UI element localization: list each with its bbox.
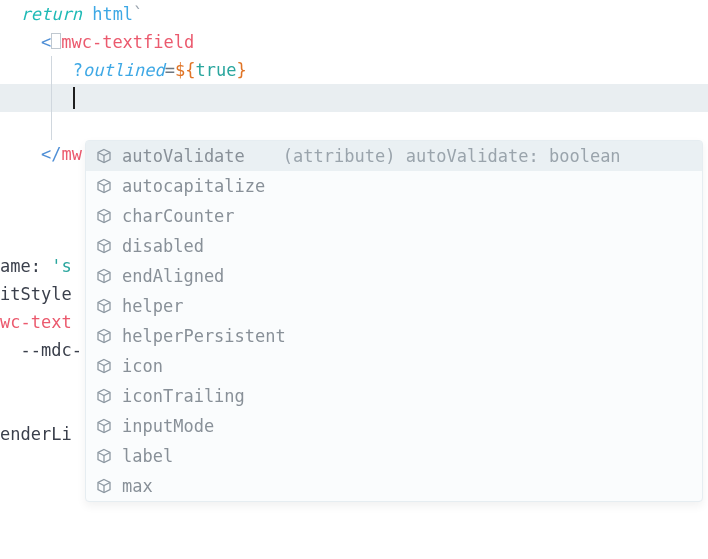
keyword-return: return (20, 0, 81, 28)
hint-name: autoValidate (406, 146, 529, 166)
autocomplete-item[interactable]: iconTrailing (86, 381, 702, 411)
equals-sign: = (165, 56, 175, 84)
field-icon (96, 448, 112, 464)
attr-prefix-question: ? (73, 56, 83, 84)
autocomplete-item[interactable]: helper (86, 291, 702, 321)
template-expr-open: ${ (175, 56, 195, 84)
autocomplete-label: helper (122, 292, 183, 320)
tag-name: mwc-textfield (61, 28, 194, 56)
closing-tag-partial: mw (61, 140, 81, 168)
colon: : (31, 252, 51, 280)
code-line-5 (0, 112, 708, 140)
autocomplete-label: helperPersistent (122, 322, 286, 350)
peek-fn-name: enderLi (0, 420, 72, 448)
field-icon (96, 178, 112, 194)
autocomplete-item[interactable]: disabled (86, 231, 702, 261)
hint-type: : boolean (528, 146, 620, 166)
autocomplete-item-selected[interactable]: autoValidate (attribute) autoValidate: b… (86, 141, 702, 171)
autocomplete-label: endAligned (122, 262, 224, 290)
autocomplete-item[interactable]: endAligned (86, 261, 702, 291)
field-icon (96, 268, 112, 284)
autocomplete-item[interactable]: label (86, 441, 702, 471)
autocomplete-label: label (122, 442, 173, 470)
template-expr-close: } (237, 56, 247, 84)
field-icon (96, 388, 112, 404)
autocomplete-item[interactable]: inputMode (86, 411, 702, 441)
autocomplete-label: inputMode (122, 412, 214, 440)
hint-prefix: (attribute) (283, 146, 406, 166)
code-line-1: return html` (0, 0, 708, 28)
field-icon (96, 208, 112, 224)
field-icon (96, 418, 112, 434)
field-icon (96, 328, 112, 344)
angle-open: < (41, 28, 51, 56)
code-line-3: ?outlined=${true} (0, 56, 708, 84)
active-line[interactable] (0, 84, 708, 112)
autocomplete-item[interactable]: helperPersistent (86, 321, 702, 351)
peek-text: itStyle (0, 280, 72, 308)
field-icon (96, 358, 112, 374)
autocomplete-popup[interactable]: autoValidate (attribute) autoValidate: b… (85, 140, 703, 502)
field-icon (96, 478, 112, 494)
autocomplete-label: max (122, 472, 153, 500)
autocomplete-item[interactable]: max (86, 471, 702, 501)
code-line-2: <mwc-textfield (0, 28, 708, 56)
text-cursor (73, 87, 75, 109)
attr-name: outlined (83, 56, 165, 84)
autocomplete-label: iconTrailing (122, 382, 245, 410)
fold-marker[interactable] (51, 33, 61, 49)
peek-key: ame (0, 252, 31, 280)
boolean-true: true (196, 56, 237, 84)
backtick: ` (133, 0, 143, 28)
field-icon (96, 148, 112, 164)
tagged-template-html: html (92, 0, 133, 28)
autocomplete-item[interactable]: autocapitalize (86, 171, 702, 201)
autocomplete-label: autoValidate (122, 142, 245, 170)
peek-tag: wc-text (0, 308, 72, 336)
autocomplete-label: charCounter (122, 202, 235, 230)
autocomplete-hint: (attribute) autoValidate: boolean (283, 142, 621, 170)
autocomplete-label: disabled (122, 232, 204, 260)
field-icon (96, 238, 112, 254)
peek-string: 's (51, 252, 71, 280)
peek-cssvar: --mdc- (20, 336, 81, 364)
autocomplete-label: icon (122, 352, 163, 380)
autocomplete-item[interactable]: icon (86, 351, 702, 381)
autocomplete-label: autocapitalize (122, 172, 265, 200)
autocomplete-item[interactable]: charCounter (86, 201, 702, 231)
field-icon (96, 298, 112, 314)
angle-close-open: </ (41, 140, 61, 168)
